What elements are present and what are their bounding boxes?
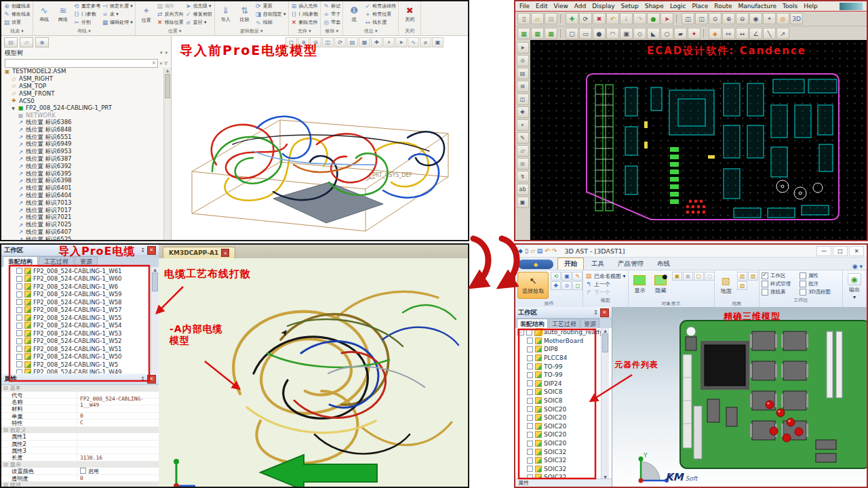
component-tree-item[interactable]: DIP24 <box>515 380 612 388</box>
toolbar-icon[interactable]: ✦ <box>688 28 701 39</box>
model-tree-scrollbar[interactable]: ▲ <box>163 68 171 240</box>
pcb-design-canvas[interactable]: ECAD设计软件: Candence <box>530 40 867 240</box>
tab-close-icon[interactable]: ✕ <box>221 249 229 257</box>
document-tab[interactable]: KM3DCAPP-A1✕ <box>163 247 235 258</box>
filter-icon[interactable]: ∇ <box>164 61 167 66</box>
tree-node-wire-location[interactable]: ↗线位置 标识6387 <box>4 156 164 163</box>
operation-mini-icon[interactable]: ⊙ <box>561 281 572 290</box>
operation-mini-icon[interactable]: ◻ <box>572 281 583 290</box>
component-tree-item[interactable]: SOIC32 <box>515 447 612 456</box>
component-checkbox[interactable] <box>527 406 533 412</box>
workspace-checkbox[interactable]: 工作区 <box>762 272 800 279</box>
toolbar-icon[interactable]: ↔ <box>736 28 749 39</box>
toolbar-icon[interactable]: ↗ <box>776 28 789 39</box>
checkbox[interactable] <box>800 281 806 287</box>
side-toolbar-icon[interactable]: ▤ <box>517 68 529 79</box>
ribbon-group-label[interactable]: 信息 ▾ <box>344 26 397 35</box>
component-checkbox[interactable] <box>527 355 533 361</box>
toolbar-icon[interactable]: ○ <box>660 28 673 39</box>
ribbon-group-label[interactable]: 位置 ▾ <box>137 26 213 35</box>
ribbon-button[interactable]: ⊞插入元件 <box>290 2 319 10</box>
component-checkbox[interactable] <box>527 398 533 404</box>
bottom-panel-label[interactable]: 属性 <box>515 479 612 487</box>
cable-list-item[interactable]: FP2_008_524-CABLING-1_W60 <box>1 275 159 283</box>
toolbar-icon[interactable]: ◇ <box>633 28 646 39</box>
ribbon-button[interactable]: ✎修改线束 <box>3 10 31 18</box>
menu-item[interactable]: Edit <box>536 3 547 9</box>
toolbar-icon[interactable]: ➤ <box>660 13 673 24</box>
item-checkbox[interactable] <box>16 299 22 305</box>
toolbar-icon[interactable]: ▣ <box>620 28 633 39</box>
toolbar-icon[interactable]: ↷ <box>633 13 646 24</box>
toolbar-icon[interactable]: ⊕ <box>722 13 735 24</box>
output-button[interactable]: ◉输出▾ <box>845 272 864 302</box>
tree-node-wire-location[interactable]: ↗线位置 标识6551 <box>4 134 164 141</box>
tree-node-wire-location[interactable]: ↗线位置 标识6949 <box>4 141 164 148</box>
quick-access-icon[interactable]: ◆ <box>518 247 523 254</box>
ribbon-button[interactable]: ❶缆 <box>344 2 363 26</box>
ribbon-tab[interactable]: 产品管理 <box>612 258 650 270</box>
menu-item[interactable]: Help <box>804 3 818 9</box>
quick-access-icon[interactable]: ↷ <box>552 247 557 254</box>
component-checkbox[interactable] <box>527 415 533 421</box>
pin-icon[interactable]: ↧ <box>140 247 145 253</box>
tree-node-datum-plane[interactable]: ▱ASM_TOP <box>4 83 164 90</box>
dock-close-button[interactable]: ✕ <box>600 308 609 317</box>
ribbon-button[interactable]: ⇅比较 <box>235 2 254 26</box>
component-tree-item[interactable]: SOIC32 <box>515 465 612 474</box>
ground-mini-icon[interactable]: ▧ <box>737 272 747 281</box>
ribbon-button[interactable]: ⌖检查位置 <box>363 10 397 18</box>
cable-list-item[interactable]: FP2_008_524-CABLING-1_W51 <box>1 345 159 353</box>
app-menu-button[interactable]: ◆ <box>518 260 553 269</box>
cable-list-item[interactable]: FP2_008_524-CABLING-1_W5 <box>1 361 159 369</box>
ribbon-button[interactable]: ∞带子 <box>322 10 341 18</box>
tree-panel-tab[interactable]: ▱ <box>20 37 33 47</box>
side-toolbar-icon[interactable]: ▱ <box>517 145 529 157</box>
toolbar-icon[interactable]: ⊙ <box>709 13 722 24</box>
item-checkbox[interactable] <box>16 361 22 367</box>
side-toolbar-icon[interactable]: ◎ <box>517 158 529 169</box>
collapse-icon[interactable]: − <box>517 329 524 336</box>
ribbon-tab[interactable]: 工具 <box>585 258 610 270</box>
ribbon-group-label[interactable]: 关闭 <box>400 26 419 35</box>
tree-node-wire-location[interactable]: ↗线位置 标识7013 <box>4 199 164 207</box>
tree-node-wire-location[interactable]: ↗线位置 标识6401 <box>4 185 164 192</box>
ribbon-button[interactable]: ◎带套 <box>322 18 341 26</box>
component-checkbox[interactable] <box>527 458 533 464</box>
checkbox[interactable] <box>762 272 768 279</box>
item-checkbox[interactable] <box>16 346 22 352</box>
ground-button[interactable]: ▧地面 <box>717 272 736 298</box>
component-tree-item[interactable]: SOIC20 <box>515 405 612 413</box>
component-tree-scrollbar[interactable]: ▲▼ <box>601 328 609 479</box>
menu-item[interactable]: Setup <box>620 3 638 9</box>
item-checkbox[interactable] <box>16 283 22 289</box>
cable-list-item[interactable]: FP2_008_524-CABLING-1_W52 <box>1 338 159 346</box>
tree-root-node[interactable]: − auto_routing_ready <box>515 328 612 337</box>
toolbar-icon[interactable]: ↓ <box>620 13 633 24</box>
quick-access-icon[interactable]: ▤ <box>537 247 543 254</box>
component-tree-item[interactable]: PLCC84 <box>515 354 612 363</box>
component-checkbox[interactable] <box>527 423 533 429</box>
side-toolbar-icon[interactable]: ab <box>517 184 529 195</box>
tree-search-input[interactable]: ✕ <box>5 59 158 68</box>
side-toolbar-icon[interactable]: ⌖ <box>517 119 529 131</box>
tree-node-wire-location[interactable]: ↗线位置 标识6953 <box>4 148 164 156</box>
toolbar-icon[interactable]: 3D <box>790 13 803 24</box>
checkbox[interactable] <box>800 289 806 296</box>
toolbar-icon[interactable]: ▦ <box>545 28 557 39</box>
ribbon-button[interactable]: ⇄反向方向 <box>156 10 184 18</box>
component-checkbox[interactable] <box>527 338 533 344</box>
ribbon-button[interactable]: ✎标记 <box>322 2 341 10</box>
ribbon-button[interactable]: ()( )线参数 <box>290 10 319 18</box>
toolbar-icon[interactable]: ◣ <box>647 28 660 39</box>
view-menu-item[interactable]: ↰上一个 <box>585 280 626 288</box>
component-checkbox[interactable] <box>527 389 533 395</box>
toolbar-icon[interactable] <box>560 29 563 38</box>
tree-node-network[interactable]: ▦NETWORK <box>4 112 164 119</box>
pin-icon[interactable]: ↧ <box>140 376 145 382</box>
side-toolbar-icon[interactable]: ✎ <box>517 132 529 144</box>
side-toolbar-icon[interactable]: ◫ <box>517 94 529 105</box>
tree-node-datum-plane[interactable]: ▱ASM_FRONT <box>4 89 164 97</box>
ribbon-button[interactable]: ≋网络 <box>54 2 73 26</box>
ribbon-button[interactable]: ∿线轴 <box>254 18 287 26</box>
